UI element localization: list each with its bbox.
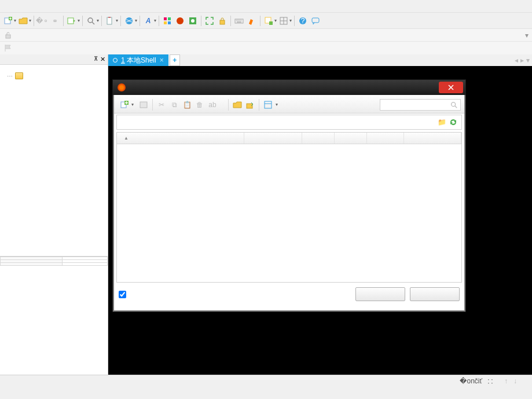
show-on-start-checkbox[interactable] bbox=[119, 291, 129, 298]
view-mode-icon[interactable] bbox=[263, 100, 273, 110]
copy-icon: ⧉ bbox=[169, 100, 179, 110]
fullscreen-icon[interactable] bbox=[204, 15, 215, 27]
tab-next-icon[interactable]: ▸ bbox=[520, 56, 524, 64]
menu-help[interactable] bbox=[58, 5, 67, 8]
link2-icon[interactable]: ⚭ bbox=[49, 15, 61, 27]
keyboard-icon[interactable] bbox=[233, 15, 245, 27]
layout-icon[interactable] bbox=[278, 15, 289, 27]
delete-icon: 🗑 bbox=[195, 100, 205, 110]
dropdown-icon[interactable]: ▾ bbox=[14, 18, 16, 23]
paste-icon[interactable] bbox=[104, 15, 116, 27]
reconnect-icon[interactable] bbox=[66, 15, 78, 27]
properties-button bbox=[220, 104, 225, 106]
menu-tabs[interactable] bbox=[39, 5, 49, 8]
dropdown-icon[interactable]: ▾ bbox=[154, 18, 156, 23]
prop-key bbox=[1, 263, 63, 266]
col-user[interactable] bbox=[367, 133, 404, 144]
close-icon[interactable]: ✕ bbox=[100, 56, 105, 63]
session-list[interactable]: ▲ bbox=[116, 132, 462, 283]
dropdown-icon[interactable]: ▾ bbox=[135, 18, 137, 23]
swirl-icon[interactable] bbox=[174, 15, 186, 27]
dropdown-icon[interactable]: ▾ bbox=[116, 18, 118, 23]
svg-rect-8 bbox=[168, 17, 171, 20]
add-pane-icon[interactable] bbox=[263, 15, 274, 27]
dropdown-icon[interactable]: ▾ bbox=[274, 18, 277, 23]
dialog-search-input[interactable] bbox=[380, 99, 461, 111]
svg-rect-4 bbox=[107, 17, 112, 24]
dropdown-icon[interactable]: ▾ bbox=[289, 18, 292, 23]
export-icon[interactable] bbox=[245, 100, 255, 110]
new-tab-button[interactable]: + bbox=[170, 54, 180, 66]
svg-rect-5 bbox=[108, 17, 111, 18]
link-icon[interactable]: �⚬ bbox=[36, 15, 48, 27]
sessions-dialog: ▾ ✂ ⧉ 📋 🗑 ab ▾ 📁 ▲ bbox=[112, 79, 466, 312]
panel-header: ⊼ ✕ bbox=[0, 54, 108, 65]
down-arrow-icon[interactable]: ↓ bbox=[513, 377, 517, 385]
close-button[interactable] bbox=[410, 287, 460, 301]
col-port[interactable] bbox=[302, 133, 335, 144]
svg-rect-17 bbox=[269, 21, 273, 25]
help-icon[interactable]: ? bbox=[297, 15, 309, 27]
col-name[interactable]: ▲ bbox=[117, 133, 244, 144]
dialog-toolbar: ▾ ✂ ⧉ 📋 🗑 ab ▾ bbox=[114, 96, 464, 114]
new-session-icon[interactable] bbox=[2, 15, 14, 27]
tree-root-item[interactable]: ⋯ bbox=[2, 72, 105, 80]
menu-bar bbox=[0, 0, 532, 13]
lock-open-icon bbox=[3, 31, 13, 40]
dropdown-icon[interactable]: ▾ bbox=[97, 18, 99, 23]
connect-button[interactable] bbox=[355, 287, 405, 301]
dropdown-icon[interactable]: ▾ bbox=[525, 31, 529, 39]
svg-rect-2 bbox=[68, 18, 74, 24]
menu-view[interactable] bbox=[21, 5, 30, 8]
tab-list-icon[interactable]: ▾ bbox=[526, 56, 530, 64]
tab-close-icon[interactable]: × bbox=[160, 56, 164, 64]
folder-gray-icon[interactable] bbox=[138, 100, 149, 110]
menu-edit[interactable] bbox=[12, 5, 21, 8]
svg-point-13 bbox=[191, 19, 195, 23]
menu-window[interactable] bbox=[49, 5, 58, 8]
column-headers: ▲ bbox=[117, 133, 461, 144]
tab-label: 1 本地Shell bbox=[121, 56, 156, 65]
refresh-icon[interactable] bbox=[449, 118, 458, 127]
tip-bar bbox=[0, 42, 532, 54]
checkbox-input[interactable] bbox=[119, 291, 126, 298]
menu-file[interactable] bbox=[2, 5, 12, 8]
dropdown-icon[interactable]: ▾ bbox=[78, 18, 80, 23]
properties-grid bbox=[0, 256, 108, 266]
col-protocol[interactable] bbox=[335, 133, 367, 144]
new-button[interactable]: ▾ bbox=[118, 99, 136, 111]
green-box-icon[interactable] bbox=[187, 15, 199, 27]
svg-rect-9 bbox=[164, 21, 167, 24]
lock-icon[interactable] bbox=[217, 15, 228, 27]
dropdown-icon[interactable]: ▾ bbox=[29, 18, 31, 23]
up-arrow-icon[interactable]: ↑ bbox=[504, 377, 508, 385]
col-host[interactable] bbox=[244, 133, 302, 144]
svg-rect-22 bbox=[6, 35, 10, 38]
menu-tools[interactable] bbox=[30, 5, 39, 8]
session-tree[interactable]: ⋯ bbox=[0, 65, 108, 256]
chat-icon[interactable] bbox=[310, 15, 321, 27]
status-size: �ončiť bbox=[460, 377, 482, 385]
search-icon[interactable] bbox=[85, 15, 97, 27]
dialog-titlebar[interactable] bbox=[113, 80, 465, 95]
dialog-footer bbox=[113, 283, 465, 306]
svg-text:?: ? bbox=[301, 17, 305, 25]
rename-icon: ab bbox=[207, 100, 218, 110]
open-icon[interactable] bbox=[17, 15, 29, 27]
palette-icon[interactable] bbox=[162, 15, 173, 27]
pin-icon[interactable]: ⊼ bbox=[94, 56, 98, 63]
folder-open-icon[interactable] bbox=[232, 100, 243, 110]
tab-local-shell[interactable]: 1 本地Shell × bbox=[108, 54, 168, 66]
globe-icon[interactable] bbox=[123, 15, 135, 27]
folder-gray2-icon[interactable]: 📁 bbox=[438, 118, 446, 126]
tree-expand-icon[interactable]: ⋯ bbox=[7, 73, 13, 79]
col-desc[interactable] bbox=[404, 133, 461, 144]
font-icon[interactable]: A bbox=[142, 15, 154, 27]
dialog-path-bar[interactable]: 📁 bbox=[116, 115, 462, 130]
address-bar[interactable]: ▾ bbox=[0, 29, 532, 42]
tab-prev-icon[interactable]: ◂ bbox=[515, 56, 518, 64]
highlight-icon[interactable] bbox=[246, 15, 258, 27]
folder-icon bbox=[15, 72, 23, 79]
dialog-close-button[interactable] bbox=[439, 82, 463, 93]
svg-rect-27 bbox=[265, 101, 271, 108]
